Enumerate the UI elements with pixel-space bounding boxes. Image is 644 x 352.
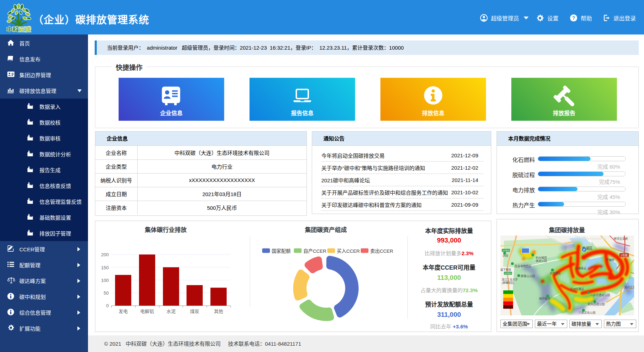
svg-text:国家配额: 国家配额 — [272, 248, 291, 254]
svg-text:洪园: 洪园 — [503, 254, 508, 257]
svg-text:杭州城西: 杭州城西 — [536, 256, 547, 259]
svg-text:复兴立交: 复兴立交 — [624, 285, 634, 289]
svg-text:煤炭: 煤炭 — [190, 309, 199, 314]
svg-text:1号线: 1号线 — [621, 253, 628, 257]
svg-text:(屏峰校区): (屏峰校区) — [502, 281, 514, 284]
svg-text:休闲公园: 休闲公园 — [536, 259, 547, 263]
svg-text:西湖风景区: 西湖风景区 — [570, 288, 584, 291]
svg-text:杭州白塔公园: 杭州白塔公园 — [588, 302, 605, 306]
svg-text:双峰插云: 双峰插云 — [575, 266, 586, 270]
svg-text:水泥: 水泥 — [166, 309, 176, 314]
svg-text:发电: 发电 — [119, 309, 128, 314]
svg-text:灵隐景区: 灵隐景区 — [550, 271, 561, 275]
svg-text:电解铝: 电解铝 — [140, 309, 154, 314]
svg-text:六和文化公园: 六和文化公园 — [579, 311, 595, 314]
svg-text:100: 100 — [101, 278, 109, 283]
svg-text:中科双碳: 中科双碳 — [6, 26, 31, 32]
svg-text:P: P — [583, 248, 585, 252]
svg-text:G2504: G2504 — [505, 272, 512, 275]
svg-text:0: 0 — [106, 303, 109, 308]
svg-text:其他: 其他 — [214, 309, 223, 314]
svg-text:八卦田遗址公园: 八卦田遗址公园 — [590, 293, 610, 297]
svg-text:留下枢纽: 留下枢纽 — [500, 268, 511, 271]
svg-text:200: 200 — [101, 252, 109, 257]
svg-text:浙江工业大学: 浙江工业大学 — [502, 278, 518, 281]
svg-text:申河立交桥: 申河立交桥 — [614, 237, 628, 240]
svg-text:卖出CCER: 卖出CCER — [370, 249, 393, 254]
svg-text:150: 150 — [101, 265, 109, 270]
svg-text:50: 50 — [104, 290, 109, 296]
svg-text:梅坞春早: 梅坞春早 — [539, 297, 550, 300]
svg-text:买入CCER: 买入CCER — [337, 249, 360, 254]
svg-text:平湖秋: 平湖秋 — [606, 258, 614, 262]
svg-text:自产CCER: 自产CCER — [303, 249, 327, 254]
svg-text:G2504: G2504 — [503, 249, 510, 252]
svg-text:?: ? — [572, 15, 575, 21]
svg-text:西溪湿地西区: 西溪湿地西区 — [514, 264, 531, 268]
svg-text:屏基山公园: 屏基山公园 — [521, 274, 535, 278]
